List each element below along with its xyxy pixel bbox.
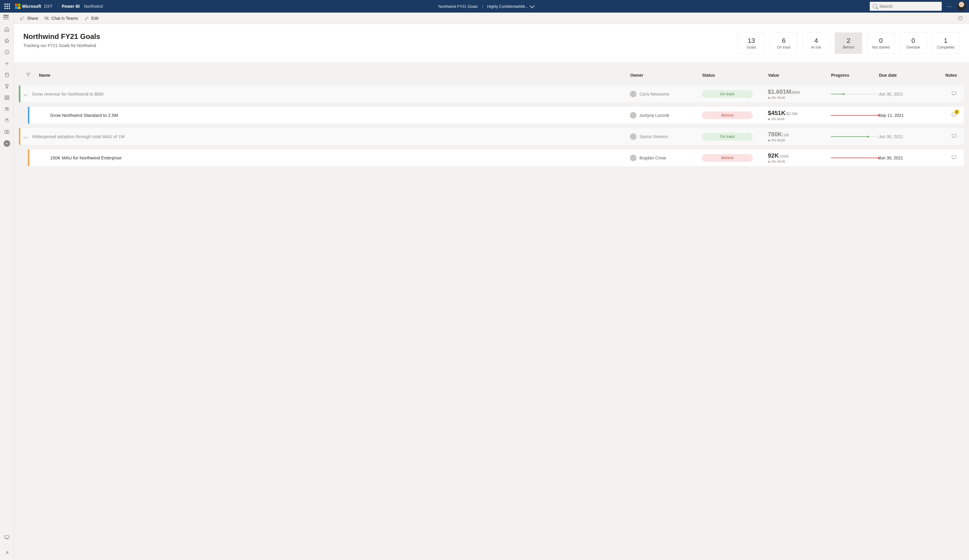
more-actions-button[interactable]: ⋯ — [947, 3, 952, 10]
status-pill[interactable]: On track — [702, 90, 753, 98]
col-status[interactable]: Status — [702, 73, 768, 78]
kpi-label: At risk — [811, 45, 821, 50]
goals-icon[interactable] — [4, 83, 10, 89]
brand-primary: Microsoft — [22, 4, 41, 9]
edit-button[interactable]: Edit — [81, 13, 102, 24]
suite-bar: Microsoft DXT Power BI Northwind Northwi… — [0, 0, 969, 13]
shared-icon[interactable] — [4, 106, 10, 112]
status-pill[interactable]: Behind — [702, 154, 753, 162]
deployment-icon[interactable] — [4, 118, 10, 123]
nav-collapse-button[interactable] — [3, 15, 9, 19]
goal-due: Sep 11, 2021 — [879, 113, 933, 118]
datasets-icon[interactable] — [4, 72, 10, 78]
user-avatar[interactable] — [957, 2, 966, 11]
col-value[interactable]: Value — [768, 73, 831, 78]
goal-progress — [831, 94, 879, 95]
goal-owner[interactable]: Justyna Lucznik — [630, 112, 702, 119]
chevron-down-icon[interactable] — [23, 134, 28, 138]
notes-button[interactable] — [933, 155, 957, 161]
kpi-card-not-started[interactable]: 0Not started — [867, 32, 895, 54]
svg-rect-16 — [952, 134, 956, 137]
share-button[interactable]: Share — [17, 13, 41, 24]
product-name[interactable]: Power BI — [62, 4, 80, 9]
scorecard-subtitle: Tracking our FY21 Goals for Northwind — [23, 43, 100, 48]
goal-table: Name Owner Status Value Progress Due dat… — [14, 63, 969, 179]
goal-owner[interactable]: Bogdan Crivat — [630, 155, 702, 161]
goal-owner[interactable]: Sarina Stevens — [630, 133, 702, 140]
workspace-name[interactable]: Northwind — [84, 4, 103, 9]
kpi-card-goals[interactable]: 13Goals — [738, 32, 765, 54]
notes-button[interactable]: 2 — [933, 112, 957, 119]
scorecard-header: Northwind FY21 Goals Tracking our FY21 G… — [14, 24, 969, 63]
goal-due: Jun 30, 2021 — [879, 156, 933, 160]
avatar — [630, 91, 636, 97]
col-name[interactable]: Name — [39, 73, 630, 78]
row-stripe — [28, 149, 29, 166]
kpi-card-completed[interactable]: 1Completed — [932, 32, 959, 54]
goal-name: 150K MAU for Northwind Enterprise — [41, 155, 630, 160]
kpi-card-behind[interactable]: 2Behind — [835, 32, 862, 54]
col-progress[interactable]: Progress — [831, 73, 879, 78]
chat-teams-button[interactable]: Chat in Teams — [41, 13, 81, 24]
svg-point-6 — [5, 108, 7, 109]
status-pill[interactable]: On track — [702, 133, 753, 141]
global-search[interactable] — [870, 2, 942, 11]
kpi-value: 0 — [911, 37, 915, 45]
status-pill[interactable]: Behind — [702, 111, 753, 119]
filter-icon[interactable] — [26, 72, 39, 78]
svg-point-9 — [5, 143, 7, 144]
open-external-icon[interactable] — [4, 550, 10, 556]
notes-button[interactable] — [933, 91, 957, 97]
svg-point-1 — [5, 73, 8, 74]
create-icon[interactable] — [4, 60, 10, 66]
header-sensitivity: Highly Confidential\Mi... — [487, 4, 528, 9]
header-title: Northwind FY21 Goals — [439, 4, 478, 9]
goal-value: 780K/1M0% WoW — [768, 131, 831, 142]
apps-icon[interactable] — [4, 95, 10, 101]
favorites-icon[interactable] — [4, 38, 10, 44]
divider — [58, 3, 58, 9]
chevron-down-icon[interactable] — [23, 92, 28, 96]
goal-progress — [831, 158, 879, 158]
workspace-icon[interactable] — [3, 140, 10, 147]
title-separator: | — [480, 4, 484, 9]
kpi-card-overdue[interactable]: 0Overdue — [899, 32, 927, 54]
goal-value: $1.601M/$6M0% WoW — [768, 88, 831, 100]
svg-rect-11 — [5, 536, 9, 538]
search-input[interactable] — [879, 4, 939, 9]
goal-row[interactable]: Widespread adoption through total MAU of… — [18, 128, 964, 145]
page-toolbar: Share Chat in Teams Edit — [14, 13, 969, 24]
goal-row[interactable]: Grow Northwind Standard to 2.5MJustyna L… — [28, 106, 964, 124]
search-icon — [873, 4, 877, 8]
row-stripe — [19, 85, 20, 103]
notes-button[interactable] — [933, 133, 957, 140]
goal-owner[interactable]: Carly Newsome — [630, 91, 702, 97]
kpi-value: 0 — [879, 37, 882, 45]
home-icon[interactable] — [4, 27, 10, 32]
title-dropdown[interactable]: Northwind FY21 Goals | Highly Confidenti… — [103, 4, 870, 9]
goal-row[interactable]: Grow revenue for Northwind to $6MCarly N… — [18, 85, 964, 103]
goal-row[interactable]: 150K MAU for Northwind EnterpriseBogdan … — [28, 149, 964, 166]
edit-label: Edit — [92, 16, 99, 21]
svg-rect-17 — [952, 156, 956, 158]
recent-icon[interactable] — [4, 49, 10, 55]
kpi-card-on-track[interactable]: 6On track — [770, 32, 798, 54]
refresh-button[interactable] — [955, 13, 966, 24]
svg-point-8 — [6, 119, 7, 120]
kpi-card-at-risk[interactable]: 4At risk — [802, 32, 830, 54]
col-owner[interactable]: Owner — [630, 73, 702, 78]
learn-icon[interactable] — [4, 129, 10, 135]
scorecard-title: Northwind FY21 Goals — [23, 32, 100, 41]
app-launcher-icon[interactable] — [3, 2, 12, 10]
kpi-label: Goals — [746, 45, 756, 50]
kpi-label: On track — [777, 45, 790, 50]
svg-rect-4 — [5, 98, 6, 100]
goal-value: $451K/$2.5M0% MoM — [768, 110, 831, 121]
col-due[interactable]: Due date — [879, 73, 933, 78]
arrow-up-icon — [768, 139, 770, 141]
col-notes[interactable]: Notes — [933, 73, 957, 78]
kpi-value: 6 — [782, 37, 786, 45]
goal-value: 92K/150K0% WoW — [768, 152, 831, 163]
feedback-icon[interactable] — [4, 534, 10, 540]
arrow-up-icon — [768, 97, 770, 98]
